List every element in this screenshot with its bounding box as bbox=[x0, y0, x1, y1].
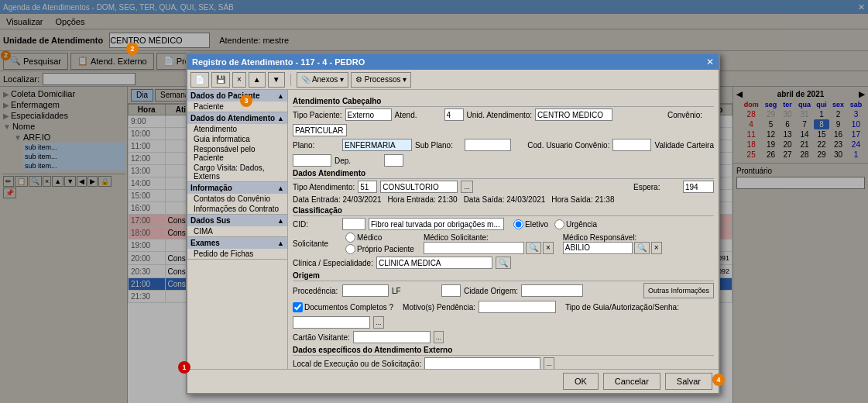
cartao-search-btn[interactable]: ... bbox=[434, 331, 444, 343]
tipo-atend-search-btn[interactable]: ... bbox=[461, 181, 473, 193]
tipo-paciente-label: Tipo Paciente: bbox=[293, 111, 342, 119]
atendimento-item[interactable]: Atendimento bbox=[187, 124, 287, 134]
sub-plano-input[interactable] bbox=[465, 139, 511, 151]
section-classif: Classificação bbox=[293, 206, 714, 216]
data-saida-label: Data Saída: bbox=[464, 195, 505, 204]
data-entrada-label: Data Entrada: bbox=[293, 195, 341, 204]
med-resp-label: Médico Responsável: bbox=[563, 233, 637, 242]
dados-paciente-header[interactable]: Dados do Paciente ▲ bbox=[187, 90, 287, 102]
outras-info-btn[interactable]: Outras Informações bbox=[643, 283, 714, 298]
cancelar-button[interactable]: Cancelar bbox=[603, 373, 660, 390]
dep-label: Dep. bbox=[335, 157, 381, 165]
hora-saida-static: 21:38 bbox=[595, 195, 614, 204]
atend-label: Atend. bbox=[395, 111, 441, 119]
local-exec-input[interactable] bbox=[424, 357, 540, 369]
modal-new-btn[interactable]: 📄 bbox=[190, 72, 209, 88]
hora-entrada-static: 21:30 bbox=[438, 195, 458, 204]
data-saida-static: 24/03/2021 bbox=[506, 195, 545, 204]
med-resp-input[interactable] bbox=[563, 242, 633, 254]
plano-label: Plano: bbox=[293, 141, 339, 150]
tipo-paciente-input[interactable] bbox=[345, 108, 392, 121]
exames-header[interactable]: Exames ▲ bbox=[187, 237, 287, 249]
med-solic-search-btn[interactable]: 🔍 bbox=[526, 242, 541, 254]
modal-footer: OK Cancelar Salvar bbox=[187, 369, 719, 393]
cid-label: CID: bbox=[293, 220, 339, 229]
motivo-pend-input[interactable] bbox=[479, 301, 556, 313]
modal-close-btn[interactable]: ✕ bbox=[706, 57, 714, 67]
cartao-visitante-label: Cartão Visitante: bbox=[293, 333, 350, 342]
espera-label: Espera: bbox=[633, 183, 680, 191]
proprio-paciente-radio[interactable]: Próprio Paciente bbox=[345, 244, 414, 254]
procedencia-input[interactable] bbox=[342, 284, 389, 297]
ok-button[interactable]: OK bbox=[563, 373, 599, 390]
med-solic-input[interactable] bbox=[424, 242, 524, 254]
cartao-visitante-input[interactable] bbox=[353, 331, 431, 343]
tipo-guia-label: Tipo de Guia/Autorização/Senha: bbox=[565, 303, 679, 312]
informacao-header[interactable]: Informação ▲ bbox=[187, 182, 287, 194]
clinica-label: Clínica / Especialidade: bbox=[293, 259, 373, 267]
section-dados-externo: Dados específicos do Atendimento Externo bbox=[293, 346, 714, 356]
tipo-guia-search-btn[interactable]: ... bbox=[373, 316, 384, 329]
motivo-pend-label: Motivo(s) Pendência: bbox=[403, 303, 475, 312]
responsavel-item[interactable]: Responsável pelo Paciente bbox=[187, 144, 287, 163]
lf-input[interactable] bbox=[441, 284, 461, 297]
clinica-input[interactable] bbox=[376, 257, 492, 269]
med-resp-search-btn[interactable]: 🔍 bbox=[634, 242, 650, 254]
dados-atendimento-header[interactable]: Dados do Atendimento ▲ bbox=[187, 112, 287, 124]
clinica-search-btn[interactable]: 🔍 bbox=[496, 257, 511, 269]
local-exec-search-btn[interactable]: ... bbox=[544, 357, 554, 369]
tipo-guia-input[interactable] bbox=[293, 316, 370, 329]
unid-atend-input[interactable] bbox=[535, 108, 612, 121]
med-solic-label: Médico Solicitante: bbox=[424, 233, 489, 242]
contatos-item[interactable]: Contatos do Convênio bbox=[187, 194, 287, 204]
cid-input[interactable] bbox=[342, 218, 365, 230]
cid-desc-input[interactable] bbox=[369, 218, 504, 230]
cima-item[interactable]: CIMA bbox=[187, 226, 287, 236]
medico-radio[interactable]: Médico bbox=[345, 232, 414, 243]
modal-save-btn[interactable]: 💾 bbox=[211, 72, 230, 88]
lf-label: LF bbox=[392, 287, 438, 295]
doc-completos-check[interactable]: Documentos Completos ? bbox=[293, 302, 393, 312]
cod-usuario-input[interactable] bbox=[612, 139, 651, 151]
informacoes-item[interactable]: Informações do Contrato bbox=[187, 204, 287, 214]
cidade-origem-label: Cidade Origem: bbox=[464, 287, 518, 295]
med-resp-clear-btn[interactable]: × bbox=[651, 242, 662, 254]
local-exec-label: Local de Execução ou de Solicitação: bbox=[293, 360, 421, 368]
med-solic-clear-btn[interactable]: × bbox=[543, 242, 554, 254]
tipo-atend-code[interactable] bbox=[358, 181, 377, 193]
convenio-input[interactable] bbox=[293, 124, 347, 136]
procedencia-label: Procedência: bbox=[293, 287, 339, 295]
salvar-button[interactable]: Salvar bbox=[665, 373, 712, 390]
plano-input[interactable] bbox=[342, 139, 412, 151]
modal-anexos-btn[interactable]: 📎 Anexos ▾ bbox=[297, 72, 348, 88]
eletivo-radio[interactable]: Eletivo bbox=[513, 219, 548, 229]
modal-overlay: Registro de Atendimento - 117 - 4 - PEDR… bbox=[0, 0, 868, 403]
atend-input[interactable] bbox=[444, 108, 464, 121]
solicitante-label: Solicitante bbox=[293, 239, 339, 248]
modal: Registro de Atendimento - 117 - 4 - PEDR… bbox=[186, 53, 720, 394]
modal-title: Registro de Atendimento - 117 - 4 - PEDR… bbox=[192, 57, 365, 67]
data-entrada-static: 24/03/2021 bbox=[343, 195, 382, 204]
hora-saida-label: Hora Saída: bbox=[551, 195, 592, 204]
pedido-item[interactable]: Pedido de Fichas bbox=[187, 249, 287, 259]
paciente-item[interactable]: Paciente bbox=[187, 102, 287, 112]
guia-item[interactable]: Guia informatica bbox=[187, 134, 287, 144]
unid-atend-label: Unid. Atendimento: bbox=[467, 111, 533, 119]
tipo-atend-desc[interactable] bbox=[380, 181, 458, 193]
cargo-item[interactable]: Cargo Visita: Dados, Externs bbox=[187, 163, 287, 181]
modal-down-btn[interactable]: ▼ bbox=[268, 72, 285, 88]
modal-up-btn[interactable]: ▲ bbox=[249, 72, 266, 88]
urgencia-radio[interactable]: Urgência bbox=[554, 219, 597, 229]
modal-processos-btn[interactable]: ⚙ Processos ▾ bbox=[351, 72, 411, 88]
section-origem: Origem bbox=[293, 271, 714, 281]
validade-input[interactable] bbox=[293, 154, 331, 167]
hora-entrada-label: Hora Entrada: bbox=[388, 195, 436, 204]
cidade-origem-input[interactable] bbox=[521, 284, 583, 297]
modal-delete-btn[interactable]: × bbox=[232, 72, 246, 88]
dados-sus-header[interactable]: Dados Sus ▲ bbox=[187, 215, 287, 226]
cod-usuario-label: Cod. Usuario Convênio: bbox=[527, 141, 609, 150]
tipo-atend-label: Tipo Atendimento: bbox=[293, 183, 355, 191]
espera-input[interactable] bbox=[683, 181, 714, 193]
modal-right-content: Atendimento Cabeçalho Tipo Paciente: Ate… bbox=[288, 90, 719, 369]
dep-input[interactable] bbox=[384, 154, 403, 167]
